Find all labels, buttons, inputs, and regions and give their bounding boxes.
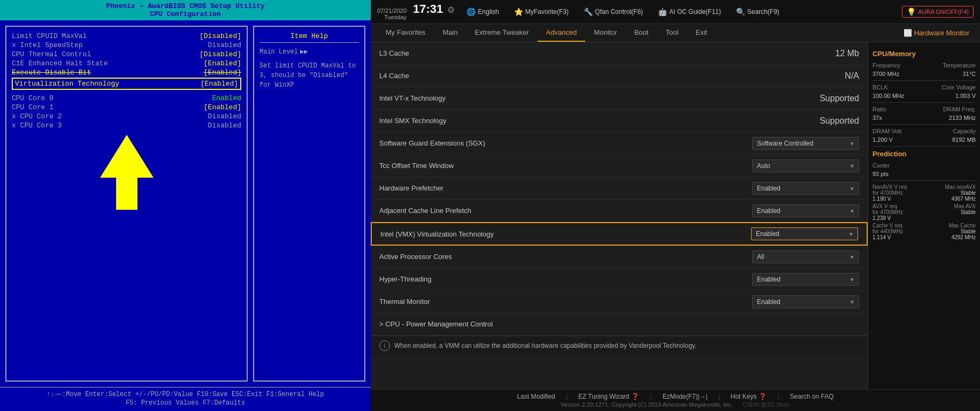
intel-vtx-row: Intel VT-x Technology Supported	[371, 87, 868, 110]
aura-button[interactable]: 💡 AURA ON/OFF(F4)	[902, 6, 974, 18]
adjacent-cache-dropdown-wrapper: Enabled Disabled ▼	[752, 204, 859, 217]
list-item: x CPU Core 3 Disabled	[12, 121, 241, 130]
last-modified-link[interactable]: Last Modified	[517, 393, 555, 400]
temp-label: Temperature	[943, 62, 976, 68]
intel-smx-label: Intel SMX Technology	[379, 117, 820, 125]
nav-extreme-tweaker[interactable]: Extreme Tweaker	[466, 24, 538, 42]
qfan-button[interactable]: 🔧 Qfan Control(F6)	[580, 6, 646, 17]
hw-prefetch-dropdown-wrapper: Enabled Disabled ▼	[752, 182, 859, 195]
hw-cooler-row: Cooler	[872, 162, 976, 169]
dram-freq-label: DRAM Freq.	[943, 106, 976, 112]
nav-main[interactable]: Main	[434, 24, 466, 42]
active-processor-dropdown[interactable]: All 1 2 3	[752, 250, 859, 263]
bios-footer: ↑↓→←:Move Enter:Select +/-/PU/PD:Value F…	[0, 387, 371, 411]
nav-monitor[interactable]: Monitor	[585, 24, 625, 42]
hyperthreading-dropdown-wrapper: Enabled Disabled ▼	[752, 273, 859, 286]
hw-frequency-row: Frequency Temperature	[872, 62, 976, 68]
sgx-row: Software Guard Extensions (SGX) Software…	[371, 132, 868, 155]
l4-cache-value: N/A	[845, 71, 859, 81]
hot-keys-link[interactable]: Hot Keys ❓	[731, 393, 767, 400]
capacity-value: 8192 MB	[952, 136, 976, 143]
intel-vtx-label: Intel VT-x Technology	[379, 94, 820, 102]
info-icon: i	[379, 340, 390, 351]
ai-oc-button[interactable]: 🤖 AI OC Guide(F11)	[655, 6, 724, 17]
hw-prefetch-row: Hardware Prefetcher Enabled Disabled ▼	[371, 177, 868, 200]
nav-tool[interactable]: Tool	[657, 24, 687, 42]
cooler-label: Cooler	[872, 162, 890, 169]
nav-advanced[interactable]: Advanced	[538, 24, 586, 42]
bios-footer-line2: F5: Previous Values F7:Defaults	[126, 399, 245, 407]
settings-icon[interactable]: ⚙	[447, 5, 455, 15]
core-voltage-label: Core Voltage	[941, 84, 976, 90]
list-item: CPU Core 1 [Enabled]	[12, 103, 241, 111]
intel-smx-value: Supported	[820, 116, 859, 126]
active-processor-row: Active Processor Cores All 1 2 3 ▼	[371, 246, 868, 268]
vmx-label: Intel (VMX) Virtualization Technology	[380, 230, 751, 238]
temp-value: 31°C	[962, 71, 976, 77]
search-faq-link[interactable]: Search on FAQ	[790, 393, 834, 400]
non-avx-v-value: 1.190 V	[872, 196, 907, 202]
datetime-display: 07/21/2020 Tuesday	[377, 7, 407, 20]
footer-copyright: Version 2.20.1271. Copyright (C) 2019 Am…	[517, 401, 833, 408]
nav-exit[interactable]: Exit	[687, 24, 716, 42]
uefi-main-content: L3 Cache 12 Mb L4 Cache N/A Intel VT-x T…	[371, 42, 980, 389]
active-processor-dropdown-wrapper: All 1 2 3 ▼	[752, 250, 859, 263]
list-item: Execute Disable Bit [Enabled]	[12, 68, 241, 77]
search-button[interactable]: 🔍 Search(F9)	[733, 6, 783, 17]
language-label: English	[478, 8, 499, 16]
tcc-row: Tcc Offset Time Window Auto ▼	[371, 155, 868, 177]
sgx-dropdown-wrapper: Software Controlled Disabled Enabled ▼	[752, 137, 859, 150]
arrow-icon: ▶▶	[300, 47, 308, 57]
adjacent-cache-label: Adjacent Cache Line Prefetch	[379, 207, 752, 215]
cache-max-freq: 4292 MHz	[948, 234, 976, 240]
myfavorite-button[interactable]: ⭐ MyFavorite(F3)	[511, 6, 572, 17]
question-icon: ❓	[631, 393, 639, 400]
qfan-label: Qfan Control(F6)	[595, 8, 643, 16]
star-icon: ⭐	[514, 7, 523, 16]
bclk-label: BCLK	[872, 84, 888, 90]
non-avx-v-label: NonAVX V req	[872, 184, 907, 190]
power-management-row[interactable]: > CPU - Power Management Control	[371, 313, 868, 336]
ai-icon: 🤖	[658, 7, 667, 16]
bios-time: 17:31	[413, 3, 443, 15]
virtualization-technology-setting: Virtualization Technology [Enabled]	[12, 78, 241, 90]
active-processor-label: Active Processor Cores	[379, 253, 752, 261]
thermal-monitor-dropdown[interactable]: Enabled Disabled	[752, 295, 859, 308]
hw-bclk-row: BCLK Core Voltage	[872, 84, 976, 90]
dram-freq-value: 2133 MHz	[949, 115, 976, 121]
bios-title-line2: CPU Configuration	[0, 10, 371, 18]
avx-v-label: AVX V req	[872, 203, 903, 209]
tcc-label: Tcc Offset Time Window	[379, 162, 752, 170]
ez-mode-link[interactable]: EzMode(F7)|→|	[662, 393, 707, 400]
arrow-graphic	[12, 135, 241, 210]
hyperthreading-dropdown[interactable]: Enabled Disabled	[752, 273, 859, 286]
hardware-monitor-nav: ⬜ Hardware Monitor	[899, 25, 974, 41]
non-avx-row: NonAVX V req for 4700MHz 1.190 V Max non…	[872, 184, 976, 202]
uefi-navbar: My Favorites Main Extreme Tweaker Advanc…	[371, 24, 980, 42]
uefi-footer: Last Modified | EZ Tuning Wizard ❓ | EzM…	[371, 389, 980, 411]
uefi-bios-panel: 07/21/2020 Tuesday 17:31 ⚙ 🌐 English ⭐ M…	[371, 0, 980, 411]
hw-cooler-value-row: 93 pts	[872, 171, 976, 177]
cache-row: Cache V req for 4400MHz 1.114 V Max Cach…	[872, 223, 976, 240]
nav-boot[interactable]: Boot	[626, 24, 657, 42]
aura-label: AURA ON/OFF(F4)	[918, 9, 969, 15]
capacity-label: Capacity	[953, 128, 976, 134]
non-avx-max-value: Stable	[945, 190, 976, 196]
adjacent-cache-dropdown[interactable]: Enabled Disabled	[752, 204, 859, 217]
vmx-dropdown[interactable]: Enabled Disabled	[751, 227, 858, 240]
tcc-dropdown-wrapper: Auto ▼	[752, 159, 859, 172]
nav-my-favorites[interactable]: My Favorites	[377, 24, 434, 42]
hyperthreading-label: Hyper-Threading	[379, 275, 752, 283]
ez-tuning-link[interactable]: EZ Tuning Wizard ❓	[578, 393, 639, 400]
tcc-dropdown[interactable]: Auto	[752, 159, 859, 172]
adjacent-cache-row: Adjacent Cache Line Prefetch Enabled Dis…	[371, 200, 868, 222]
hardware-monitor-sidebar: CPU/Memory Frequency Temperature 3700 MH…	[868, 42, 980, 389]
language-button[interactable]: 🌐 English	[463, 6, 502, 17]
sgx-dropdown[interactable]: Software Controlled Disabled Enabled	[752, 137, 859, 150]
bios-settings-panel: Limit CPUID MaxVal [Disabled] x Intel Sp…	[5, 26, 248, 382]
settings-list: L3 Cache 12 Mb L4 Cache N/A Intel VT-x T…	[371, 42, 868, 389]
hw-prefetch-dropdown[interactable]: Enabled Disabled	[752, 182, 859, 195]
hyperthreading-row: Hyper-Threading Enabled Disabled ▼	[371, 268, 868, 291]
bios-date: 07/21/2020	[377, 7, 407, 14]
hw-prefetch-label: Hardware Prefetcher	[379, 184, 752, 192]
